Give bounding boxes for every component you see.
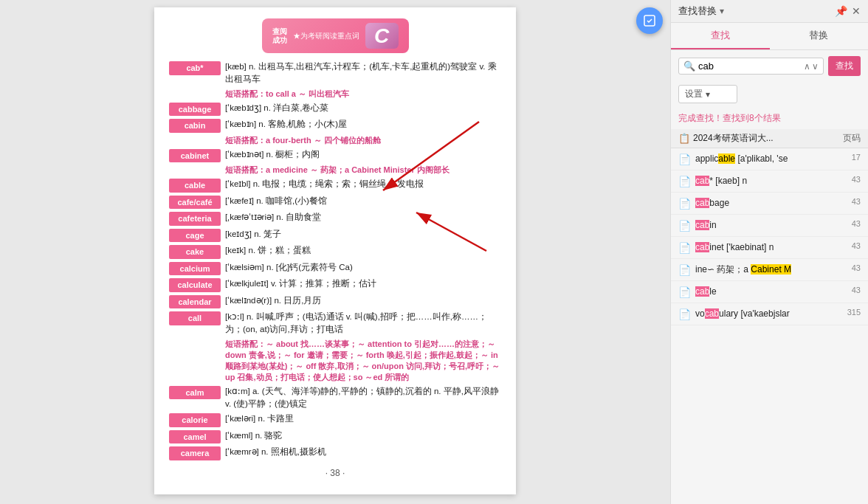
search-input[interactable]: [698, 61, 801, 72]
file-item[interactable]: 📄vocabulary [va'kaebjslar315: [671, 303, 868, 325]
settings-dropdown[interactable]: 设置 ▾: [678, 85, 737, 103]
word-definition: [ˈkæbɪdʒ] n. 洋白菜,卷心菜: [225, 102, 501, 114]
search-input-wrap: 🔍 ∧ ∨: [678, 58, 824, 75]
file-item-name: vocabulary [va'kaebjslar: [695, 308, 790, 319]
file-list-header: 📋 2024考研英语词大... 页码: [671, 129, 868, 148]
panel-title-dropdown-icon[interactable]: ▾: [720, 6, 724, 16]
tabs-row: 查找 替换: [671, 23, 868, 50]
word-tag: call: [169, 311, 221, 325]
file-item-page: 43: [852, 286, 861, 294]
page-container: 查阅 成功 ★为考研阅读重点词 C cab*[kæb] n. 出租马车,出租汽车…: [154, 7, 516, 494]
arrow-up-icon[interactable]: ∧: [804, 61, 810, 72]
word-definition: [keɪk] n. 饼；糕；蛋糕: [225, 244, 501, 257]
word-definition: [keɪdʒ] n. 笼子: [225, 228, 501, 241]
settings-row: 设置 ▾: [671, 82, 868, 108]
file-list-header-icon: 📋: [678, 133, 690, 144]
word-entry: cake[keɪk] n. 饼；糕；蛋糕: [169, 244, 501, 259]
word-tag: cabin: [169, 119, 221, 133]
right-panel: 查找替换 ▾ 📌 ✕ 查找 替换 🔍 ∧ ∨ 查找 设置 ▾ 完成查: [670, 0, 868, 504]
file-item-name: cab* [kaeb] n: [695, 176, 747, 186]
file-item-details: cabbage: [695, 197, 847, 208]
word-definition: [kæb] n. 出租马车,出租汽车,计程车；(机车,卡车,起重机的)驾驶室 v…: [225, 61, 501, 86]
file-item-page: 17: [852, 153, 861, 162]
file-item[interactable]: 📄cabinet ['kaebinat] n43: [671, 237, 868, 259]
document-area: 查阅 成功 ★为考研阅读重点词 C cab*[kæb] n. 出租马车,出租汽车…: [0, 0, 670, 504]
word-entry: call[kɔːl] n. 叫喊,呼声；(电话)通话 v. 叫(喊),招呼；把……: [169, 311, 501, 336]
word-tag: cake: [169, 245, 221, 259]
word-tag: calcium: [169, 262, 221, 276]
word-entry: cabin[ˈkæbɪn] n. 客舱,机舱；小(木)屋: [169, 118, 501, 133]
word-definition: [ˈkæbɪn] n. 客舱,机舱；小(木)屋: [225, 118, 501, 131]
file-item-icon: 📄: [678, 198, 691, 210]
panel-header-icons: 📌 ✕: [835, 5, 861, 17]
file-item[interactable]: 📄applicable [a'plikabl, 'se17: [671, 148, 868, 170]
file-list: 📄applicable [a'plikabl, 'se17📄cab* [kaeb…: [671, 148, 868, 504]
results-text: 完成查找！查找到8个结果: [678, 113, 781, 123]
word-tag: cafeteria: [169, 212, 221, 226]
word-definition: [kɔːl] n. 叫喊,呼声；(电话)通话 v. 叫(喊),招呼；把……叫作,…: [225, 311, 501, 336]
settings-label: 设置: [685, 88, 703, 100]
word-entry: calorie[ˈkæləri] n. 卡路里: [169, 412, 501, 427]
file-item-details: cabinet ['kaebinat] n: [695, 241, 847, 252]
file-item[interactable]: 📄cable43: [671, 281, 868, 303]
file-item-details: vocabulary [va'kaebjslar: [695, 308, 843, 319]
settings-dropdown-icon: ▾: [706, 89, 710, 100]
scan-button[interactable]: [636, 7, 663, 34]
word-entry: calendar[ˈkælɪndə(r)] n. 日历,月历: [169, 294, 501, 309]
word-tag: calculate: [169, 278, 221, 292]
word-entry: camera[ˈkæmrə] n. 照相机,摄影机: [169, 446, 501, 460]
phrase-label: 短语搭配：～ about 找……谈某事；～ attention to 引起对………: [225, 339, 501, 383]
search-button[interactable]: 查找: [828, 56, 861, 76]
word-tag: cabbage: [169, 103, 221, 117]
page-number: · 38 ·: [169, 468, 501, 478]
word-tag: cafe/café: [169, 196, 221, 210]
file-item-page: 43: [852, 175, 861, 184]
file-item-page: 43: [852, 197, 861, 206]
word-definition: [ˈkælsiəm] n. [化]钙(元素符号 Ca): [225, 261, 501, 274]
word-definition: [ˈkæfeɪ] n. 咖啡馆,(小)餐馆: [225, 195, 501, 207]
star-text: ★为考研阅读重点词: [293, 31, 359, 41]
word-definition: [ˈkeɪbl] n. 电报；电缆；绳索；索；铜丝绳 v. 发电报: [225, 178, 501, 190]
file-item-icon: 📄: [678, 242, 691, 254]
word-entry: cage[keɪdʒ] n. 笼子: [169, 228, 501, 243]
word-entry: calm[kɑːm] a. (天气、海洋等)静的,平静的；镇静的,沉着的 n. …: [169, 385, 501, 411]
arrow-down-icon[interactable]: ∨: [812, 61, 819, 72]
file-item[interactable]: 📄cab* [kaeb] n43: [671, 170, 868, 193]
word-entry: calculate[ˈkælkjuleɪt] v. 计算；推算；推断；估计: [169, 277, 501, 292]
file-item-icon: 📄: [678, 286, 691, 298]
word-definition: [ˈkælkjuleɪt] v. 计算；推算；推断；估计: [225, 277, 501, 290]
file-item[interactable]: 📄cabbage43: [671, 193, 868, 215]
word-tag: cab*: [169, 61, 221, 75]
word-entry: cafeteria[ˌkæfəˈtɪəriə] n. 自助食堂: [169, 211, 501, 226]
search-bar: 🔍 ∧ ∨ 查找: [671, 50, 868, 82]
word-definition: [ˈkælɪndə(r)] n. 日历,月历: [225, 294, 501, 307]
close-icon[interactable]: ✕: [852, 5, 861, 17]
search-arrows: ∧ ∨: [804, 61, 819, 72]
tab-replace[interactable]: 替换: [770, 23, 869, 49]
file-item[interactable]: 📄cabin43: [671, 215, 868, 237]
word-definition: [ˈkæml] n. 骆驼: [225, 429, 501, 442]
word-entry: camel[ˈkæml] n. 骆驼: [169, 429, 501, 444]
header-letter: C: [365, 23, 399, 49]
file-item-icon: 📄: [678, 308, 691, 320]
file-list-header-page: 页码: [843, 132, 861, 145]
logo-text: 查阅 成功: [272, 27, 287, 45]
file-item-page: 43: [852, 219, 861, 228]
file-item-icon: 📄: [678, 264, 691, 276]
word-entry: cab*[kæb] n. 出租马车,出租汽车,计程车；(机车,卡车,起重机的)驾…: [169, 61, 501, 86]
file-item-page: 43: [852, 241, 861, 250]
word-tag: cable: [169, 179, 221, 193]
word-tag: calendar: [169, 295, 221, 309]
panel-title: 查找替换: [678, 4, 717, 18]
phrase-label: 短语搭配：to call a ～ 叫出租汽车: [225, 89, 501, 100]
word-definition: [kɑːm] a. (天气、海洋等)静的,平静的；镇静的,沉着的 n. 平静,风…: [225, 385, 501, 411]
pin-icon[interactable]: 📌: [835, 5, 847, 17]
tab-find[interactable]: 查找: [671, 23, 770, 49]
file-item-name: cabbage: [695, 198, 729, 208]
file-item-page: 43: [852, 263, 861, 272]
word-definition: [ˈkæləri] n. 卡路里: [225, 412, 501, 425]
word-tag: calorie: [169, 413, 221, 427]
phrase-label: 短语搭配：a four-berth ～ 四个铺位的船舱: [225, 135, 501, 146]
file-item[interactable]: 📄ine∽ 药架；a Cabinet M43: [671, 259, 868, 281]
panel-header: 查找替换 ▾ 📌 ✕: [671, 0, 868, 23]
